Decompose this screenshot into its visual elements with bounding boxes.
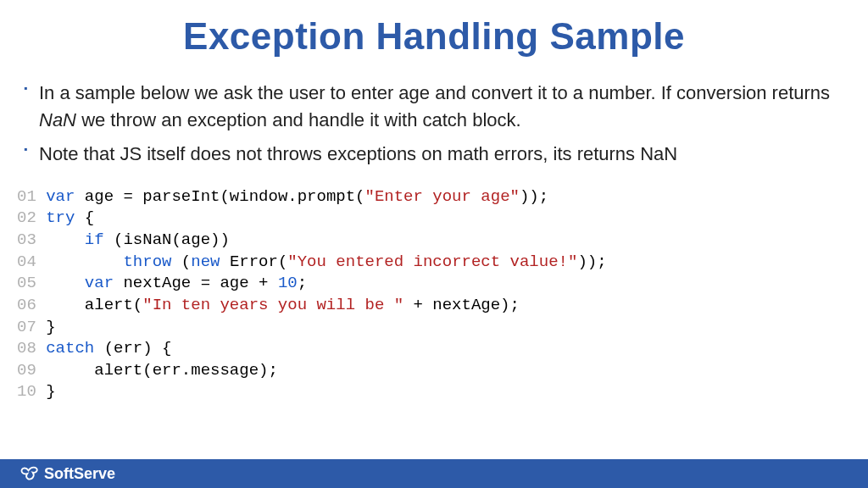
brand-name: SoftServe <box>44 465 115 483</box>
bullet-list: In a sample below we ask the user to ent… <box>24 80 844 175</box>
brand-logo: SoftServe <box>20 464 115 483</box>
footer-bar: SoftServe <box>0 459 868 488</box>
slide-title: Exception Handling Sample <box>24 15 844 58</box>
code-block: 01 var age = parseInt(window.prompt("Ent… <box>17 186 844 403</box>
bullet-item: In a sample below we ask the user to ent… <box>24 80 844 134</box>
slide: Exception Handling Sample In a sample be… <box>0 0 868 488</box>
bullet-item: Note that JS itself does not throws exce… <box>24 141 844 168</box>
brand-logo-icon <box>20 464 39 483</box>
